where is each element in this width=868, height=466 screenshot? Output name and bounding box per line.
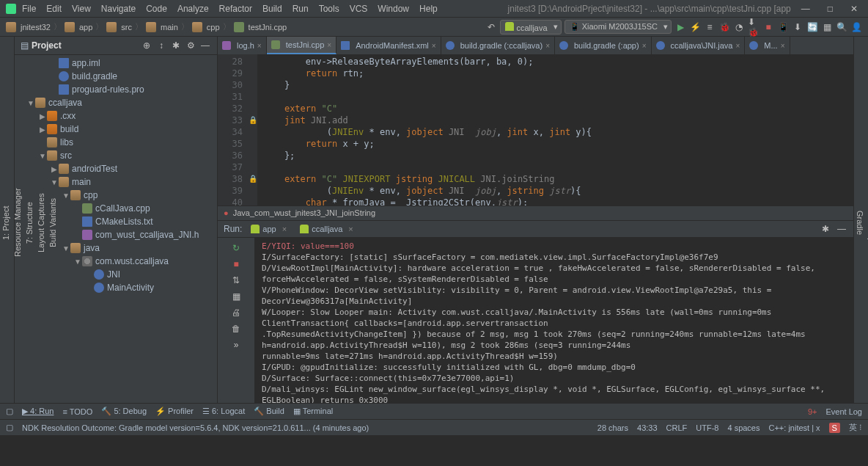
status-chars: 28 chars — [597, 423, 628, 432]
stop-button[interactable]: ■ — [762, 21, 774, 33]
tool-resource-manager[interactable]: Resource Manager — [12, 43, 23, 403]
run-stop-icon[interactable]: ■ — [230, 258, 242, 270]
editor-tab[interactable]: log.h× — [218, 37, 267, 54]
attach-debugger-icon[interactable]: ⬇🐞 — [748, 21, 760, 33]
collapse-icon[interactable]: ✱ — [170, 40, 182, 51]
run-hide-icon[interactable]: — — [836, 223, 847, 235]
delete-icon[interactable]: 🗑 — [230, 323, 242, 335]
run-log-output[interactable]: E/YIQI: value===100I/SurfaceFactory: [st… — [254, 238, 853, 404]
bottom-profiler[interactable]: ⚡ Profiler — [155, 407, 194, 416]
menu-code[interactable]: Code — [141, 2, 172, 15]
window-title: jnitest3 [D:\AndroidPrject\jnitest32] - … — [504, 2, 795, 15]
window-icon[interactable]: ▢ — [6, 407, 13, 416]
hide-icon[interactable]: — — [199, 40, 211, 51]
maximize-icon[interactable]: □ — [823, 2, 837, 15]
menu-help[interactable]: Help — [415, 2, 442, 15]
editor-tab[interactable]: build.gradle (:app)× — [555, 37, 652, 54]
minimize-icon[interactable]: — — [797, 2, 814, 15]
device-dropdown[interactable]: 📱 Xiaomi M2003J15SC — [564, 20, 672, 34]
editor-gutter: 2829303132333435363738394041424344454647… — [218, 54, 249, 205]
notification-badge[interactable]: 9+ — [808, 407, 817, 416]
sync-icon[interactable]: 🔄 — [806, 21, 818, 33]
sdk-manager-icon[interactable]: ⬇ — [792, 21, 803, 33]
tool-layout-captures[interactable]: Layout Captures — [35, 43, 47, 403]
bottom-tool-bar: ▢ ▶ 4: Run ≡ TODO 🔨 5: Debug ⚡ Profiler … — [0, 403, 868, 419]
event-log[interactable]: Event Log — [825, 407, 862, 416]
breadcrumb[interactable]: jnitest32〉 app〉 src〉 main〉 cpp〉 testJni.… — [6, 21, 482, 32]
status-icon[interactable]: ▢ — [6, 423, 13, 432]
bottom-debug[interactable]: 🔨 5: Debug — [101, 407, 147, 416]
more-icon[interactable]: » — [230, 339, 242, 351]
tool-project[interactable]: 1: Project — [0, 43, 12, 403]
editor-tab[interactable]: testJni.cpp× — [267, 37, 336, 54]
status-encoding[interactable]: UTF-8 — [696, 423, 718, 432]
close-icon[interactable]: ✕ — [846, 2, 862, 15]
status-position[interactable]: 43:33 — [637, 423, 658, 432]
member-breadcrumb[interactable]: ●Java_com_wust_jnitest3_JNI_joinString — [218, 205, 853, 220]
ime-lang[interactable]: 英 ⁝ — [849, 422, 862, 433]
avd-manager-icon[interactable]: 📱 — [777, 21, 789, 33]
back-icon[interactable]: ↶ — [485, 21, 497, 33]
menu-build[interactable]: Build — [258, 2, 287, 15]
menu-bar: File Edit View Navigate Code Analyze Ref… — [0, 0, 868, 18]
target-icon[interactable]: ⊕ — [141, 40, 152, 51]
app-icon — [6, 4, 16, 14]
status-line-sep[interactable]: CRLF — [666, 423, 688, 432]
menu-edit[interactable]: Edit — [42, 2, 66, 15]
menu-refactor[interactable]: Refactor — [215, 2, 257, 15]
editor-tabs: log.h×testJni.cpp×AndroidManifest.xml×bu… — [218, 37, 853, 54]
status-bar: ▢ NDK Resolution Outcome: Gradle model v… — [0, 419, 868, 435]
run-config-dropdown[interactable]: ccalljava — [500, 20, 561, 34]
ime-badge[interactable]: S — [829, 423, 840, 433]
bottom-todo[interactable]: ≡ TODO — [62, 407, 92, 416]
apply-code-icon[interactable]: ≡ — [704, 21, 716, 33]
editor-area: log.h×testJni.cpp×AndroidManifest.xml×bu… — [218, 37, 853, 220]
status-config[interactable]: C++: jnitest | x — [768, 423, 820, 432]
editor-tab[interactable]: M...× — [745, 37, 790, 54]
menu-file[interactable]: File — [18, 2, 40, 15]
profile-icon[interactable]: ◔ — [733, 21, 745, 33]
bottom-run[interactable]: ▶ 4: Run — [22, 407, 54, 416]
project-structure-icon[interactable]: ▦ — [821, 21, 833, 33]
filter-icon[interactable]: ⇅ — [230, 274, 242, 286]
menu-navigate[interactable]: Navigate — [97, 2, 140, 15]
gear-icon[interactable]: ⚙ — [185, 40, 196, 51]
gutter-markers: 🔒🔒🔒 — [249, 54, 257, 205]
run-tab-ccalljava[interactable]: ccalljava× — [295, 223, 358, 235]
tool-build-variants[interactable]: Build Variants — [47, 43, 59, 403]
tool-gradle[interactable]: Gradle — [854, 43, 866, 403]
run-tab-app[interactable]: app× — [246, 223, 291, 235]
run-settings-icon[interactable]: ✱ — [820, 223, 831, 235]
status-indent[interactable]: 4 spaces — [727, 423, 760, 432]
menu-vcs[interactable]: VCS — [345, 2, 372, 15]
editor-tab[interactable]: AndroidManifest.xml× — [336, 37, 441, 54]
menu-view[interactable]: View — [67, 2, 95, 15]
run-button[interactable]: ▶ — [674, 21, 686, 33]
menu-tools[interactable]: Tools — [315, 2, 344, 15]
rerun-icon[interactable]: ↻ — [230, 242, 242, 254]
bottom-build[interactable]: 🔨 Build — [254, 407, 284, 416]
debug-button[interactable]: 🐞 — [718, 21, 730, 33]
run-label: Run: — [224, 224, 242, 234]
bottom-terminal[interactable]: ▦ Terminal — [293, 407, 333, 416]
apply-changes-icon[interactable]: ⚡ — [689, 21, 701, 33]
expand-icon[interactable]: ↕ — [155, 40, 167, 51]
right-tool-strip: Gradle Device File Explorer — [853, 37, 868, 403]
run-side-toolbar: ↻ ■ ⇅ ▦ 🖨 🗑 » — [218, 238, 254, 404]
user-icon[interactable]: 👤 — [850, 21, 862, 33]
menu-run[interactable]: Run — [288, 2, 313, 15]
menu-window[interactable]: Window — [373, 2, 413, 15]
svg-rect-0 — [6, 4, 16, 14]
bottom-logcat[interactable]: ☰ 6: Logcat — [202, 407, 245, 416]
editor-tab[interactable]: build.gradle (:ccalljava)× — [441, 37, 555, 54]
run-panel: Run: app× ccalljava× ✱ — ↻ ■ ⇅ ▦ 🖨 🗑 » E… — [218, 220, 853, 404]
left-tool-strip: 1: Project Resource Manager 7: Structure… — [0, 37, 15, 403]
editor-tab[interactable]: ccalljava\JNI.java× — [652, 37, 746, 54]
navigation-toolbar: jnitest32〉 app〉 src〉 main〉 cpp〉 testJni.… — [0, 18, 868, 37]
editor-code[interactable]: env->ReleaseByteArrayElements(barr, ba, … — [257, 54, 853, 205]
print-icon[interactable]: 🖨 — [230, 307, 242, 318]
tool-structure[interactable]: 7: Structure — [23, 43, 35, 403]
menu-analyze[interactable]: Analyze — [173, 2, 213, 15]
layout-icon[interactable]: ▦ — [230, 291, 242, 302]
search-icon[interactable]: 🔍 — [836, 21, 847, 33]
